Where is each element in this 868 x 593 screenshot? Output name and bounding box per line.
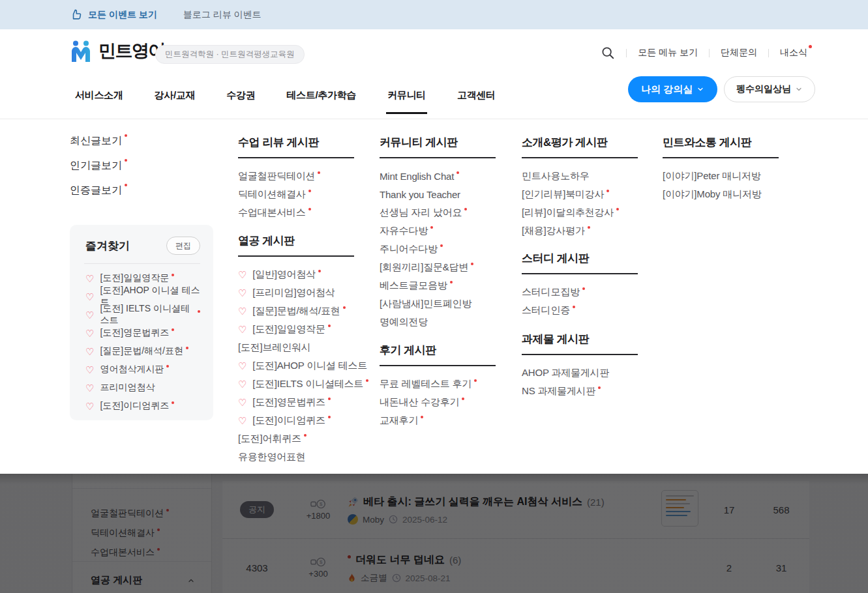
section-title[interactable]: 과제물 게시판	[522, 332, 638, 347]
heart-icon[interactable]: ♡	[85, 401, 94, 411]
heart-icon[interactable]: ♡	[238, 325, 247, 334]
menu-item[interactable]: 주니어수다방	[380, 240, 496, 258]
menu-item[interactable]: [도전]브레인워시	[238, 338, 354, 356]
my-classroom-button[interactable]: 나의 강의실	[628, 76, 717, 102]
heart-icon[interactable]: ♡	[238, 379, 247, 389]
section-title[interactable]: 스터디 게시판	[522, 251, 638, 266]
heart-icon[interactable]: ♡	[85, 310, 94, 320]
quick-link-popular[interactable]: 인기글보기	[70, 159, 127, 172]
group-inquiry-link[interactable]: 단체문의	[721, 47, 757, 59]
menu-item[interactable]: NS 과제물게시판	[522, 382, 638, 400]
favorite-item-label: [질문]문법/해석/표현	[100, 345, 183, 357]
sidebar-board-item[interactable]: 수업대본서비스	[91, 543, 169, 562]
post-row[interactable]: 4303 $ +300 더워도 너무 덥네요 (6)	[222, 539, 809, 593]
menu-item[interactable]: Thank you Teacher	[380, 185, 496, 203]
heart-icon[interactable]: ♡	[238, 306, 247, 316]
menu-item[interactable]: 베스트글모음방	[380, 276, 496, 295]
search-icon[interactable]	[601, 46, 615, 60]
section-title[interactable]: 소개&평가 게시판	[522, 135, 638, 150]
nav-item[interactable]: 커뮤니티	[387, 72, 426, 119]
menu-item-label: Thank you Teacher	[380, 189, 460, 200]
menu-item[interactable]: 교재후기	[380, 411, 496, 429]
section-title[interactable]: 커뮤니티 게시판	[380, 135, 496, 150]
user-menu-button[interactable]: 펭수의일상님	[724, 76, 815, 102]
menu-item[interactable]: [이야기]Peter 매니저방	[663, 167, 779, 185]
favorite-item[interactable]: ♡ [도전] IELTS 이니셜테스트	[85, 306, 200, 324]
heart-icon[interactable]: ♡	[85, 328, 94, 338]
menu-item[interactable]: Mint English Chat	[380, 167, 496, 185]
heart-icon[interactable]: ♡	[85, 383, 94, 393]
favorite-item[interactable]: ♡ [도전]영문법퀴즈	[85, 324, 200, 342]
nav-item[interactable]: 서비스소개	[75, 72, 123, 119]
favorite-item[interactable]: ♡ 영어첨삭게시판	[85, 360, 200, 379]
sidebar-board-item[interactable]: 얼굴철판딕테이션	[91, 504, 169, 523]
post-row[interactable]: 공지 $ +1800 베타 출시: 글쓰기 실력을 깨우는 AI첨삭 서비스 (…	[222, 481, 809, 539]
logo[interactable]: 민트영어	[70, 39, 165, 63]
menu-item[interactable]: 무료 레벨테스트 후기	[380, 375, 496, 393]
quick-link-latest[interactable]: 최신글보기	[70, 134, 127, 147]
menu-item[interactable]: AHOP 과제물게시판	[522, 364, 638, 382]
heart-icon[interactable]: ♡	[85, 347, 94, 356]
post-title[interactable]: 베타 출시: 글쓰기 실력을 깨우는 AI첨삭 서비스 (21)	[348, 495, 653, 509]
menu-item[interactable]: 얼굴철판딕테이션	[238, 167, 354, 185]
menu-item[interactable]: [회원끼리]질문&답변	[380, 258, 496, 276]
author-name[interactable]: Moby	[363, 515, 384, 525]
all-events-link[interactable]: 모든 이벤트 보기	[70, 8, 157, 21]
blog-review-event-link[interactable]: 블로그 리뷰 이벤트	[183, 9, 262, 21]
menu-item[interactable]: ♡ [도전]일일영작문	[238, 320, 354, 338]
nav-item[interactable]: 테스트/추가학습	[286, 72, 356, 119]
post-number: 4303	[246, 562, 267, 573]
nav-item[interactable]: 강사/교재	[155, 72, 196, 119]
menu-item[interactable]: [인기리뷰]북미강사	[522, 185, 638, 203]
menu-item[interactable]: [도전]어휘퀴즈	[238, 429, 354, 448]
menu-item[interactable]: 민트사용노하우	[522, 167, 638, 185]
menu-item[interactable]: 선생님 자리 났어요	[380, 203, 496, 222]
menu-item[interactable]: 스터디인증	[522, 301, 638, 319]
heart-icon[interactable]: ♡	[238, 288, 247, 298]
heart-icon[interactable]: ♡	[85, 274, 94, 283]
menu-item[interactable]: ♡ [도전]IELTS 이니셜테스트	[238, 375, 354, 393]
section-title[interactable]: 수업 리뷰 게시판	[238, 135, 354, 150]
author-name[interactable]: 소금별	[361, 572, 387, 584]
favorites-edit-button[interactable]: 편집	[166, 237, 200, 255]
nav-item[interactable]: 수강권	[226, 72, 255, 119]
menu-item[interactable]: ♡ [도전]AHOP 이니셜 테스트	[238, 356, 354, 375]
menu-item[interactable]: [사람냄새]민트폐인방	[380, 295, 496, 313]
all-menu-link[interactable]: 모든 메뉴 보기	[638, 47, 698, 59]
menu-item[interactable]: 딕테이션해결사	[238, 185, 354, 203]
menu-item[interactable]: 명예의전당	[380, 313, 496, 331]
menu-item[interactable]: 유용한영어표현	[238, 448, 354, 466]
menu-item[interactable]: [이야기]Moby 매니저방	[663, 185, 779, 203]
heart-icon[interactable]: ♡	[85, 365, 94, 375]
favorite-item[interactable]: ♡ [질문]문법/해석/표현	[85, 342, 200, 360]
favorite-item[interactable]: ♡ [도전]이디엄퀴즈	[85, 397, 200, 415]
quick-link-certified[interactable]: 인증글보기	[70, 184, 127, 197]
menu-item[interactable]: 수업대본서비스	[238, 203, 354, 222]
menu-item[interactable]: ♡ [일반]영어첨삭	[238, 265, 354, 283]
menu-item[interactable]: ♡ [도전]영문법퀴즈	[238, 393, 354, 411]
post-thumbnail[interactable]	[661, 490, 698, 527]
menu-item[interactable]: ♡ [프리미엄]영어첨삭	[238, 283, 354, 302]
heart-icon[interactable]: ♡	[238, 270, 247, 280]
section-title[interactable]: 후기 게시판	[380, 343, 496, 358]
menu-item[interactable]: 내돈내산 수강후기	[380, 393, 496, 411]
menu-item[interactable]: 자유수다방	[380, 222, 496, 240]
menu-item[interactable]: [리뷰]이달의추천강사	[522, 203, 638, 222]
my-news-link[interactable]: 내소식	[780, 47, 807, 59]
sidebar-section-study-hard[interactable]: 열공 게시판	[91, 574, 195, 586]
menu-item[interactable]: [채용]강사평가	[522, 222, 638, 240]
heart-icon[interactable]: ♡	[238, 361, 247, 371]
nav-item[interactable]: 고객센터	[457, 72, 496, 119]
heart-icon[interactable]: ♡	[238, 416, 247, 426]
menu-item[interactable]: ♡ [질문]문법/해석/표현	[238, 302, 354, 320]
chevron-up-icon[interactable]	[187, 577, 195, 585]
heart-icon[interactable]: ♡	[238, 398, 247, 407]
heart-icon[interactable]: ♡	[85, 292, 94, 302]
sidebar-board-item[interactable]: 딕테이션해결사	[91, 523, 169, 543]
favorite-item[interactable]: ♡ 프리미엄첨삭	[85, 379, 200, 397]
post-title[interactable]: 더워도 너무 덥네요 (6)	[348, 553, 653, 567]
menu-item[interactable]: 스터디모집방	[522, 283, 638, 301]
section-title[interactable]: 열공 게시판	[238, 233, 354, 248]
section-title[interactable]: 민트와소통 게시판	[663, 135, 779, 150]
menu-item[interactable]: ♡ [도전]이디엄퀴즈	[238, 411, 354, 429]
